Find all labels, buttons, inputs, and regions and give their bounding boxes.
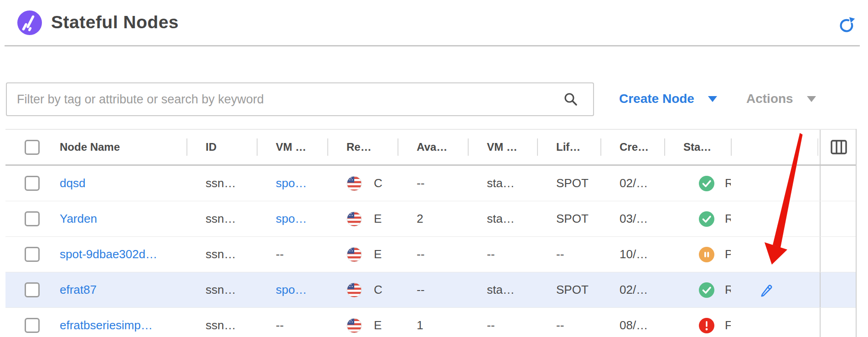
region-name: E (374, 212, 382, 226)
column-picker-button[interactable] (820, 130, 857, 164)
create-node-button[interactable]: Create Node (619, 87, 717, 111)
page-title: Stateful Nodes (51, 10, 179, 35)
node-name-link[interactable]: efrat87 (60, 283, 97, 297)
header-cell-lif[interactable]: Lif… (537, 130, 600, 164)
vm-link[interactable]: spo… (276, 283, 307, 297)
status-failed-icon (699, 318, 714, 333)
node-id: ssn… (206, 176, 236, 190)
table-row[interactable]: dqsdssn…spo… C--sta…SPOT02/…R (5, 166, 857, 201)
status-label: R (725, 283, 731, 297)
created-date: 02/… (620, 176, 648, 190)
header-cell-vm2[interactable]: VM … (468, 130, 537, 164)
header-label: ID (206, 141, 217, 153)
chevron-down-icon (708, 96, 717, 102)
table-row[interactable]: spot-9dbae302d…ssn…-- E------10/…P (5, 237, 857, 272)
us-flag-icon (346, 282, 362, 298)
availability-zone: -- (417, 283, 424, 297)
spot-logo-icon (17, 10, 42, 35)
header-label: Ava… (417, 141, 447, 153)
us-flag-icon (346, 318, 362, 333)
row-checkbox[interactable] (25, 318, 40, 333)
row-checkbox[interactable] (25, 282, 40, 297)
actions-label: Actions (746, 92, 793, 106)
select-all-checkbox[interactable] (25, 140, 40, 155)
status-running-icon (699, 176, 714, 191)
row-checkbox[interactable] (25, 211, 40, 226)
header-label: Node Name (60, 141, 120, 153)
vm-size: sta… (487, 283, 515, 297)
refresh-icon (838, 28, 856, 35)
status-label: R (725, 176, 731, 190)
status-running-icon (699, 211, 714, 227)
header-cell-vm[interactable]: VM … (257, 130, 327, 164)
status-paused-icon (699, 247, 714, 262)
node-id: ssn… (206, 283, 236, 297)
edit-pencil-icon (759, 283, 774, 297)
header-label: Lif… (556, 141, 580, 153)
header-label: Re… (346, 141, 372, 153)
row-checkbox[interactable] (25, 247, 40, 262)
lifecycle: SPOT (556, 176, 589, 190)
lifecycle: SPOT (556, 212, 589, 226)
created-date: 08/… (620, 318, 648, 332)
table-header-row: Node NameIDVM …Re…Ava…VM …Lif…Cre…Sta… (5, 130, 857, 166)
vm-size: -- (487, 247, 495, 261)
status-badge (699, 318, 714, 333)
lifecycle: -- (556, 318, 564, 332)
status-label: Fa (725, 318, 731, 332)
actions-button[interactable]: Actions (746, 87, 816, 111)
header-cell-cre[interactable]: Cre… (600, 130, 664, 164)
header-label: Sta… (683, 141, 711, 153)
node-id: ssn… (206, 318, 236, 332)
created-date: 03/… (620, 212, 648, 226)
vm-size: -- (487, 318, 495, 332)
node-name-link[interactable]: spot-9dbae302d… (60, 247, 157, 261)
us-flag-icon (346, 176, 362, 191)
availability-zone: 1 (417, 318, 423, 332)
header-label: VM … (487, 141, 517, 153)
vm-size: sta… (487, 176, 515, 190)
header-cell-ava[interactable]: Ava… (398, 130, 468, 164)
node-id: ssn… (206, 212, 236, 226)
vm-value: -- (276, 318, 284, 332)
create-node-label: Create Node (619, 92, 694, 106)
header-cell-region[interactable]: Re… (327, 130, 398, 164)
node-name-link[interactable]: Yarden (60, 212, 97, 226)
us-flag-icon (346, 247, 362, 262)
status-badge (699, 176, 714, 191)
header-cell-name[interactable]: Node Name (5, 130, 186, 164)
chevron-down-icon (807, 96, 816, 102)
filter-input[interactable] (6, 82, 594, 116)
created-date: 02/… (620, 283, 648, 297)
vm-link[interactable]: spo… (276, 212, 307, 226)
node-name-link[interactable]: efratbseriesimp… (60, 318, 153, 332)
header-label: VM … (276, 141, 306, 153)
region-name: C (374, 176, 382, 190)
column-picker-icon (831, 140, 847, 154)
table-row[interactable]: efrat87ssn…spo… C--sta…SPOT02/…R (5, 272, 857, 308)
availability-zone: 2 (417, 212, 423, 226)
status-label: R (725, 212, 731, 226)
availability-zone: -- (417, 176, 424, 190)
header-cell-actions (731, 130, 820, 164)
vm-link[interactable]: spo… (276, 176, 307, 190)
status-badge (699, 282, 714, 298)
region-name: E (374, 318, 382, 332)
edit-node-button[interactable] (759, 283, 774, 297)
status-badge (699, 211, 714, 227)
stateful-nodes-table: Node NameIDVM …Re…Ava…VM …Lif…Cre…Sta… d… (5, 129, 857, 337)
table-body: dqsdssn…spo… C--sta…SPOT02/…RYardenssn…s… (5, 166, 857, 337)
node-id: ssn… (206, 247, 236, 261)
table-row[interactable]: efratbseriesimp…ssn…-- E1----08/…Fa (5, 308, 857, 337)
node-name-link[interactable]: dqsd (60, 176, 85, 190)
us-flag-icon (346, 211, 362, 227)
vm-value: -- (276, 247, 284, 261)
refresh-button[interactable] (838, 16, 856, 35)
region-name: C (374, 283, 382, 297)
search-icon[interactable] (563, 92, 578, 107)
header-cell-status[interactable]: Sta… (664, 130, 731, 164)
row-checkbox[interactable] (25, 176, 40, 191)
header-cell-id[interactable]: ID (186, 130, 257, 164)
status-running-icon (699, 282, 714, 298)
table-row[interactable]: Yardenssn…spo… E2sta…SPOT03/…R (5, 201, 857, 237)
